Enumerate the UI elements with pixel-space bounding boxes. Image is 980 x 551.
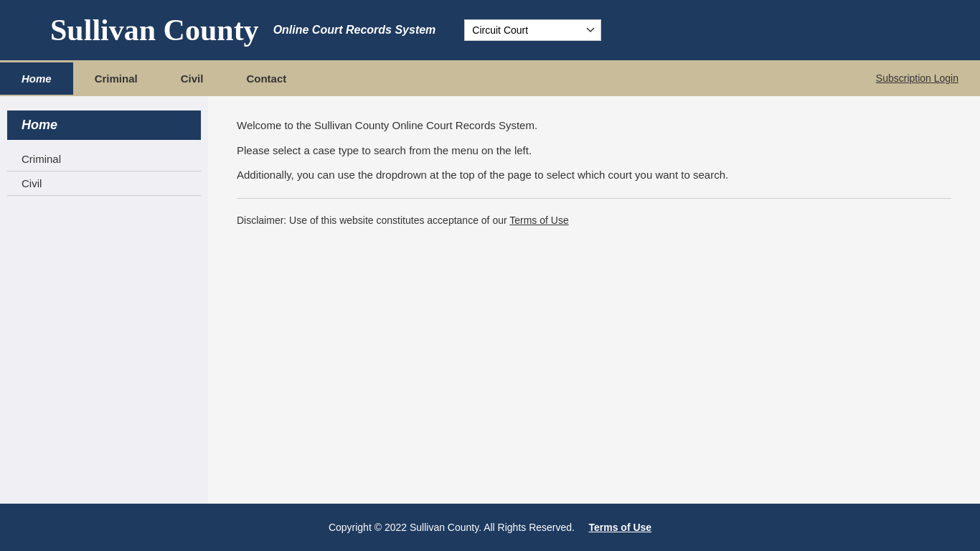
footer-terms-link[interactable]: Terms of Use: [588, 522, 651, 533]
nav-contact[interactable]: Contact: [225, 62, 308, 95]
content-divider: [237, 198, 951, 199]
nav-criminal[interactable]: Criminal: [73, 62, 159, 95]
main-navbar: Home Criminal Civil Contact Subscription…: [0, 60, 980, 96]
sidebar-home[interactable]: Home: [7, 110, 201, 140]
disclaimer-prefix: Disclaimer: Use of this website constitu…: [237, 215, 509, 226]
sidebar-criminal-link[interactable]: Criminal: [7, 147, 201, 171]
site-subtitle: Online Court Records System: [273, 24, 436, 37]
welcome-line-3: Additionally, you can use the dropdrown …: [237, 167, 951, 184]
page-header: Sullivan County Online Court Records Sys…: [0, 0, 980, 60]
court-select-wrapper: Circuit Court General Sessions Court Cha…: [464, 19, 601, 41]
welcome-line-1: Welcome to the Sullivan County Online Co…: [237, 118, 951, 134]
nav-civil[interactable]: Civil: [159, 62, 225, 95]
nav-home[interactable]: Home: [0, 62, 73, 95]
welcome-line-2: Please select a case type to search from…: [237, 143, 951, 159]
terms-of-use-link[interactable]: Terms of Use: [509, 215, 568, 226]
sidebar-home-link[interactable]: Home: [22, 118, 57, 132]
court-select[interactable]: Circuit Court General Sessions Court Cha…: [464, 19, 601, 41]
main-content: Home Criminal Civil Welcome to the Sulli…: [0, 96, 980, 504]
footer-copyright: Copyright © 2022 Sullivan County. All Ri…: [329, 522, 575, 533]
disclaimer-text: Disclaimer: Use of this website constitu…: [237, 213, 951, 228]
page-footer: Copyright © 2022 Sullivan County. All Ri…: [0, 504, 980, 551]
site-title: Sullivan County: [50, 13, 259, 47]
sidebar: Home Criminal Civil: [0, 96, 208, 504]
sidebar-civil-link[interactable]: Civil: [7, 171, 201, 196]
subscription-login-link[interactable]: Subscription Login: [854, 62, 980, 94]
content-area: Welcome to the Sullivan County Online Co…: [208, 96, 980, 504]
